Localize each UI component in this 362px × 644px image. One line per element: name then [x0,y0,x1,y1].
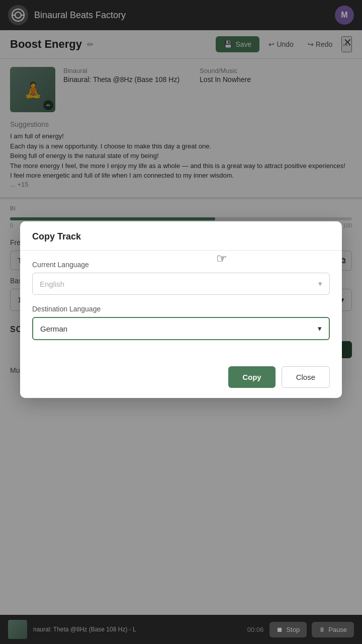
destination-language-chevron-icon: ▾ [318,324,322,333]
current-language-chevron-icon: ▾ [318,279,322,288]
copy-button[interactable]: Copy [228,366,276,388]
modal-title: Copy Track [32,231,330,242]
current-language-label: Current Language [32,261,330,269]
destination-language-label: Destination Language [32,305,330,313]
modal-overlay: Copy Track Current Language English ▾ De… [0,0,362,644]
destination-language-select[interactable]: German ▾ [32,317,330,340]
current-language-select[interactable]: English ▾ [32,273,330,295]
current-language-value: English [40,280,64,288]
close-modal-button[interactable]: Close [282,366,330,388]
destination-language-value: German [40,325,67,333]
copy-track-modal: Copy Track Current Language English ▾ De… [20,221,342,398]
